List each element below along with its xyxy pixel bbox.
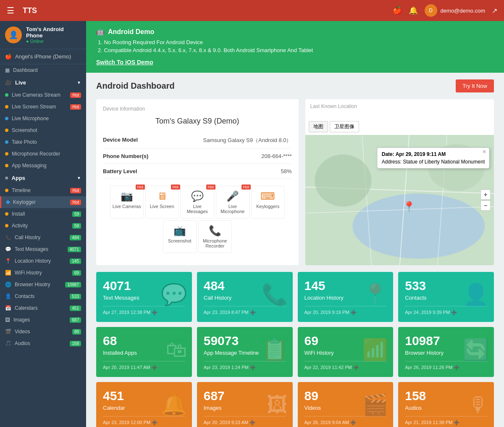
map-card: Last Known Location 地图 卫星图像 [305, 99, 494, 265]
sidebar-item-live-screen[interactable]: Live Screen Stream Hot [0, 101, 86, 113]
sidebar-item-browser-history[interactable]: 🌐 Browser Hisotry 10987 [0, 279, 86, 290]
count-badge: 687 [70, 317, 81, 323]
browser-stat-icon: 🔄 [463, 337, 489, 362]
item-label: Text Messages [15, 246, 64, 252]
sidebar-item-location-history[interactable]: 📍 Location History 145 [0, 255, 86, 267]
stat-date: Apr 26, 2019 9:04 AM ➕ [304, 416, 387, 425]
stat-card-audios[interactable]: 158 Audios 🎙 Apr 21, 2019 11:38 PM ➕ [398, 382, 494, 427]
sidebar-item-screenshot[interactable]: Screenshot [0, 124, 86, 136]
stat-card-text-messages[interactable]: 4071 Text Messages 💬 Apr 27, 2019 12:38 … [96, 272, 192, 322]
count-badge: 533 [70, 294, 81, 299]
item-label: Audios [15, 340, 66, 346]
stat-card-contacts[interactable]: 533 Contacts 👤 Apr 24, 2019 9:39 PM ➕ [398, 272, 494, 322]
icon-cell-live-screen[interactable]: Hot 🖥 Live Screen [145, 186, 179, 219]
sidebar-item-wifi-history[interactable]: 📶 WiFi Hisotry 69 [0, 267, 86, 279]
stat-card-calendar[interactable]: 451 Calendar 🔔 Apr 23, 2019 12:00 PM ➕ [96, 382, 192, 427]
profile-name: Tom's Android Phone [26, 26, 81, 39]
sidebar-apps-header[interactable]: ≡ Apps ▼ [0, 171, 86, 185]
contacts-stat-icon: 👤 [463, 282, 489, 307]
chevron-down-icon: ▼ [77, 80, 81, 85]
close-icon[interactable]: ✕ [482, 149, 486, 155]
dashboard-icon: ▦ [5, 67, 10, 73]
contacts-icon: 👤 [5, 293, 11, 299]
stat-date: Apr 20, 2019 9:23 AM ➕ [204, 416, 286, 425]
icon-cell-live-cameras[interactable]: Hot 📷 Live Cameras [110, 186, 144, 219]
stat-date: Apr 24, 2019 9:39 PM ➕ [405, 306, 487, 315]
stat-card-installed-apps[interactable]: 68 Installed Apps 🛍 Apr 20, 2019 11:47 A… [96, 327, 192, 377]
hamburger-icon[interactable]: ☰ [7, 5, 14, 16]
sidebar-item-videos[interactable]: 🎬 Videos 89 [0, 326, 86, 337]
sidebar-item-images[interactable]: 🖼 Images 687 [0, 314, 86, 326]
item-label: Contacts [15, 293, 66, 299]
map-tab-satellite[interactable]: 卫星图像 [330, 121, 359, 132]
cell-label: Keyloggers [256, 204, 279, 209]
stat-card-wifi-history[interactable]: 69 WiFi History 📶 Apr 22, 2019 11:42 PM … [298, 327, 394, 377]
sidebar-live-header[interactable]: 🎥 Live ▼ [0, 76, 86, 89]
stat-card-browser-history[interactable]: 10987 Browser History 🔄 Apr 26, 2019 11:… [398, 327, 494, 377]
sidebar-item-dashboard[interactable]: ▦ Dashboard [0, 64, 86, 76]
sidebar-item-calendars[interactable]: 📅 Calendars 451 [0, 302, 86, 314]
count-badge: 145 [70, 258, 81, 264]
dashboard-label: Dashboard [13, 67, 81, 73]
sidebar-device2[interactable]: 🍎 Angel's iPhone (Demo) [0, 49, 86, 64]
calendar-stat-icon: 🔔 [161, 393, 187, 417]
hot-badge: Hot [70, 188, 81, 193]
wifi-stat-icon: 📶 [362, 337, 388, 362]
main-content: 🤖 Android Demo 1. No Rooting Required Fo… [86, 21, 504, 427]
stats-row-3: 451 Calendar 🔔 Apr 23, 2019 12:00 PM ➕ 6… [96, 382, 494, 427]
item-label: Call Hisotry [15, 235, 66, 240]
sidebar-item-contacts[interactable]: 👤 Contacts 533 [0, 290, 86, 302]
bell-nav-icon[interactable]: 🔔 [409, 6, 418, 15]
hot-badge: Hot [70, 92, 81, 98]
icon-cell-live-messages[interactable]: Hot 💬 Live Messages [181, 186, 214, 219]
item-label: Activity [12, 223, 69, 229]
map-controls: + − [480, 190, 491, 211]
chevron-down-icon: ▼ [77, 176, 81, 180]
status-dot [5, 105, 8, 108]
model-key: Device Model [103, 137, 138, 144]
videos-stat-icon: 🎬 [362, 393, 388, 417]
dashboard-title: Android Dashboard [96, 81, 175, 91]
stat-date: Apr 26, 2019 11:26 PM ➕ [405, 361, 487, 370]
sidebar-item-activity[interactable]: Activity 59 [0, 220, 86, 232]
sidebar-item-keylogger[interactable]: Keylogger Hot [0, 196, 86, 208]
map-zoom-in-button[interactable]: + [480, 190, 491, 200]
sidebar-item-timeline[interactable]: Timeline Hot [0, 185, 86, 196]
sidebar-item-text-messages[interactable]: 💬 Text Messages 4071 [0, 243, 86, 255]
banner-title: 🤖 Android Demo [96, 28, 494, 36]
sidebar-item-live-cameras[interactable]: Live Cameras Stream Hot [0, 89, 86, 101]
cell-label: Live Cameras [113, 204, 141, 209]
map-tab-map[interactable]: 地图 [309, 121, 328, 132]
stat-card-call-history[interactable]: 484 Call History 📞 Apr 23, 2019 8:47 PM … [197, 272, 293, 322]
sidebar-item-install[interactable]: Install 59 [0, 208, 86, 220]
apps-icon: ≡ [5, 175, 8, 181]
sidebar-item-call-history[interactable]: 📞 Call Hisotry 484 [0, 232, 86, 243]
sidebar-item-app-messaging[interactable]: App Messaging [0, 160, 86, 171]
sidebar-item-live-microphone[interactable]: Live Microphone [0, 113, 86, 124]
stat-card-images[interactable]: 687 Images 🖼 Apr 20, 2019 9:23 AM ➕ [197, 382, 293, 427]
icon-cell-live-microphone[interactable]: Hot 🎤 Live Microphone [216, 186, 249, 219]
icon-cell-screenshot[interactable]: 📺 Screenshot [163, 220, 197, 253]
map-zoom-out-button[interactable]: − [480, 200, 491, 211]
sidebar-item-take-photo[interactable]: Take Photo [0, 136, 86, 148]
stat-card-app-message[interactable]: 59073 App Message Timeline 📋 Apr 23, 201… [197, 327, 293, 377]
stat-date: Apr 23, 2019 12:00 PM ➕ [103, 416, 185, 425]
phone-key: Phone Number(s) [103, 153, 148, 159]
icon-cell-microphone-recorder[interactable]: 📞 Microphone Recorder [198, 220, 232, 253]
stat-card-location-history[interactable]: 145 Location History 📍 Apr 20, 2019 9:19… [298, 272, 394, 322]
icon-cell-keyloggers[interactable]: ⌨ Keyloggers [251, 186, 285, 219]
try-it-now-button[interactable]: Try It Now [456, 79, 494, 92]
svg-point-7 [315, 155, 371, 207]
apps-items-list: Timeline Hot Keylogger Hot Install 59 Ac… [0, 185, 86, 232]
phone-val: 208-664-**** [261, 153, 291, 159]
count-badge: 4071 [68, 247, 81, 252]
switch-ios-link[interactable]: Switch To iOS Demo [96, 59, 153, 66]
status-dot [5, 164, 8, 167]
android-icon: 🤖 [96, 28, 105, 36]
count-badge: 69 [72, 270, 81, 276]
avatar: D [425, 4, 437, 17]
sidebar-item-microphone-recorder[interactable]: Microphone Recorder [0, 148, 86, 160]
share-nav-icon[interactable]: ↗ [492, 7, 497, 15]
stat-card-videos[interactable]: 89 Videos 🎬 Apr 26, 2019 9:04 AM ➕ [298, 382, 394, 427]
sidebar-item-audios[interactable]: 🎵 Audios 158 [0, 337, 86, 349]
